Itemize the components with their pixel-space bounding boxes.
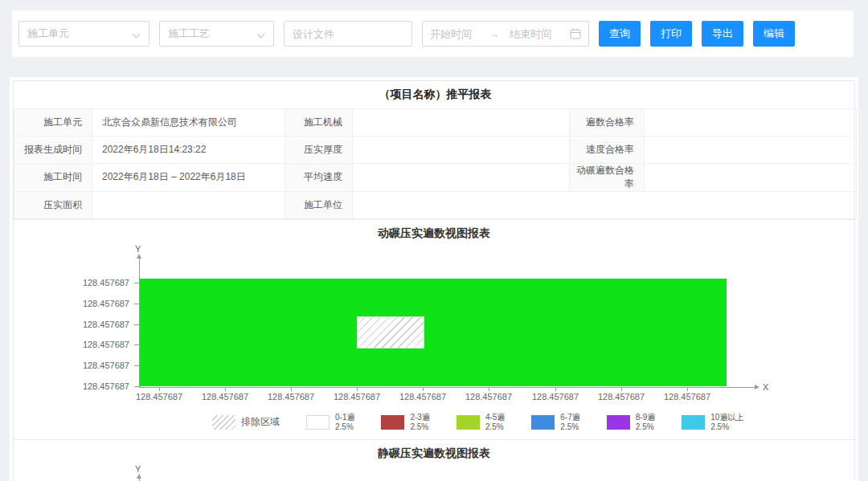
legend-label: 排除区域 — [241, 415, 280, 429]
y-axis-line — [139, 257, 140, 387]
field-value — [353, 163, 570, 191]
field-label: 施工时间 — [14, 163, 92, 191]
x-tick-label: 128.457687 — [659, 392, 715, 402]
construction-unit-placeholder: 施工单元 — [27, 26, 69, 41]
legend-item: 0-1遍2.5% — [306, 413, 354, 432]
chevron-down-icon — [133, 30, 141, 38]
x-axis-line — [139, 387, 755, 388]
y-axis-label: Y — [135, 464, 141, 474]
field-label: 压实面积 — [14, 191, 92, 218]
legend-item: 10遍以上2.5% — [682, 413, 743, 432]
legend-item-exclusion: 排除区域 — [212, 415, 280, 430]
color-swatch-icon — [607, 415, 630, 430]
x-tick-mark — [621, 387, 622, 391]
y-tick-label: 128.457687 — [46, 361, 129, 370]
legend-percent: 2.5% — [710, 422, 743, 432]
legend-label: 0-1遍 — [335, 413, 354, 422]
x-tick-label: 128.457687 — [527, 392, 583, 402]
x-tick-label: 128.457687 — [197, 392, 253, 402]
date-range-picker[interactable]: → — [422, 21, 589, 47]
field-label: 速度合格率 — [570, 136, 645, 163]
field-value — [353, 108, 570, 136]
x-tick-label: 128.457687 — [461, 392, 517, 402]
chart-title: 动碾压实遍数视图报表 — [14, 220, 854, 241]
end-time-input[interactable] — [510, 28, 559, 40]
legend-item: 2-3遍2.5% — [381, 413, 429, 432]
export-button[interactable]: 导出 — [702, 21, 743, 47]
color-swatch-icon — [306, 415, 330, 430]
field-value — [353, 136, 570, 163]
chevron-down-icon — [257, 30, 265, 38]
y-tick-mark — [134, 283, 139, 283]
field-label: 施工单元 — [14, 108, 92, 136]
y-tick-label: 128.457687 — [46, 381, 129, 391]
design-file-input[interactable] — [284, 21, 412, 47]
x-tick-mark — [555, 387, 556, 391]
y-tick-label: 128.457687 — [46, 278, 129, 287]
print-button[interactable]: 打印 — [650, 21, 692, 47]
field-label: 平均速度 — [285, 163, 353, 191]
legend-label: 2-3遍 — [410, 413, 429, 422]
x-tick-label: 128.457687 — [263, 392, 319, 402]
report-table: （项目名称）推平报表 施工单元 北京合众鼎新信息技术有限公司 施工机械 遍数合格… — [14, 81, 857, 219]
legend-item: 8-9遍2.5% — [607, 413, 655, 432]
filter-toolbar: 施工单元 施工工艺 → 查询 打印 导出 编辑 — [12, 10, 854, 57]
x-tick-label: 128.457687 — [593, 392, 649, 402]
construction-craft-placeholder: 施工工艺 — [168, 26, 210, 41]
chart-title: 静碾压实遍数视图报表 — [14, 440, 854, 461]
chart-legend: 排除区域 0-1遍2.5% 2-3遍2.5% 4-5遍2.5% 6-7遍2.5% — [212, 413, 743, 432]
legend-item: 6-7遍2.5% — [531, 413, 579, 432]
construction-unit-select[interactable]: 施工单元 — [18, 21, 149, 47]
edit-button[interactable]: 编辑 — [753, 21, 795, 47]
field-value: 2022年6月18日14:23:22 — [92, 136, 285, 163]
y-tick-label: 128.457687 — [46, 340, 129, 349]
y-tick-mark — [134, 386, 139, 387]
table-row: 报表生成时间 2022年6月18日14:23:22 压实厚度 速度合格率 — [14, 136, 857, 163]
field-value — [645, 136, 857, 163]
field-label: 动碾遍数合格率 — [570, 163, 645, 191]
legend-label: 6-7遍 — [560, 413, 579, 422]
table-row: 施工单元 北京合众鼎新信息技术有限公司 施工机械 遍数合格率 — [14, 108, 857, 136]
calendar-icon — [570, 28, 581, 39]
color-swatch-icon — [682, 415, 705, 430]
query-button[interactable]: 查询 — [599, 21, 641, 47]
report-sheet: （项目名称）推平报表 施工单元 北京合众鼎新信息技术有限公司 施工机械 遍数合格… — [13, 80, 855, 481]
compaction-pass-area — [139, 279, 727, 386]
y-axis-line — [139, 477, 140, 481]
x-tick-mark — [489, 387, 489, 391]
x-tick-mark — [225, 387, 226, 391]
legend-label: 4-5遍 — [485, 413, 505, 422]
field-value: 2022年6月18日 – 2022年6月18日 — [92, 163, 285, 191]
color-swatch-icon — [531, 415, 555, 430]
field-value — [353, 191, 857, 218]
x-tick-label: 128.457687 — [329, 392, 385, 402]
range-arrow-icon: → — [490, 28, 500, 39]
x-tick-label: 128.457687 — [131, 392, 187, 402]
legend-percent: 2.5% — [410, 422, 429, 432]
x-tick-mark — [357, 387, 358, 391]
field-label: 压实厚度 — [285, 136, 353, 163]
y-tick-mark — [134, 365, 139, 366]
x-tick-mark — [291, 387, 292, 391]
x-tick-mark — [687, 387, 688, 391]
field-label: 施工单位 — [285, 191, 353, 218]
x-tick-mark — [159, 387, 160, 391]
hatch-swatch-icon — [212, 415, 235, 430]
report-title: （项目名称）推平报表 — [14, 81, 857, 108]
y-tick-label: 128.457687 — [46, 320, 129, 329]
legend-percent: 2.5% — [335, 422, 354, 432]
y-tick-mark — [134, 324, 139, 325]
color-swatch-icon — [457, 415, 480, 430]
start-time-input[interactable] — [430, 28, 480, 40]
construction-craft-select[interactable]: 施工工艺 — [159, 21, 274, 47]
field-value — [645, 163, 857, 191]
x-axis-arrow-icon — [755, 385, 760, 389]
legend-percent: 2.5% — [636, 422, 655, 432]
field-value — [645, 108, 857, 136]
x-tick-mark — [423, 387, 424, 391]
static-roller-chart-section: 静碾压实遍数视图报表 Y — [14, 439, 854, 481]
legend-percent: 2.5% — [485, 422, 505, 432]
field-label: 遍数合格率 — [570, 108, 645, 136]
field-label: 报表生成时间 — [14, 136, 92, 163]
x-tick-label: 128.457687 — [395, 392, 451, 402]
